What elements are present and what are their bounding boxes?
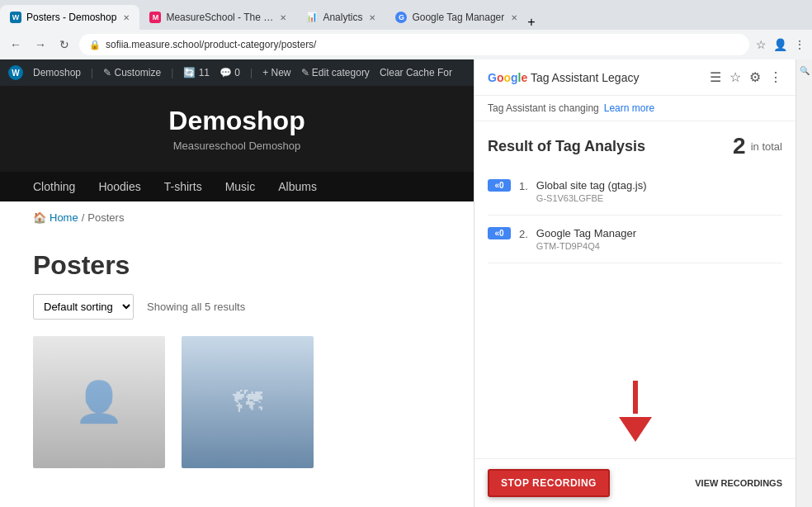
tag2-badge: «0 xyxy=(488,227,511,239)
arrow-area xyxy=(474,364,795,458)
content-area: 🏠 Home / Posters Posters Default sorting… xyxy=(0,201,474,507)
tag-list: «0 1. Global site tag (gtag.js) G-S1V63L… xyxy=(474,168,795,364)
nav-clothing[interactable]: Clothing xyxy=(33,180,75,193)
tag-panel-header: Google Tag Assistant Legacy ☰ ☆ ⚙ ⋮ xyxy=(474,59,795,96)
nav-music[interactable]: Music xyxy=(225,180,256,193)
bookmark-icon[interactable]: ☆ xyxy=(756,38,767,51)
tab3-close[interactable]: ✕ xyxy=(369,13,375,22)
wp-admin-bar: W Demoshop | ✎ Customize | 🔄 11 💬 0 | + … xyxy=(0,59,474,86)
learn-more-link[interactable]: Learn more xyxy=(604,102,654,114)
tab3-title: Analytics xyxy=(323,12,362,23)
product-grid: 👤 🗺 xyxy=(33,336,441,468)
tab4-favicon: G xyxy=(395,12,407,23)
breadcrumb-home[interactable]: Home xyxy=(50,211,78,224)
admin-bar-clear-cache[interactable]: Clear Cache For xyxy=(380,67,452,78)
profile-icon[interactable]: 👤 xyxy=(773,38,787,51)
tag-panel-footer: STOP RECORDING VIEW RECORDINGS xyxy=(474,458,795,507)
nav-albums[interactable]: Albums xyxy=(278,180,317,193)
site-title: Demoshop xyxy=(33,106,441,136)
settings-icon[interactable]: ⚙ xyxy=(749,69,761,85)
tab3-favicon: 📊 xyxy=(306,12,318,23)
forward-button[interactable]: → xyxy=(31,36,50,53)
tab1-favicon: W xyxy=(10,12,21,23)
tab1-title: Posters - Demoshop xyxy=(26,12,116,23)
stop-recording-button[interactable]: STOP RECORDING xyxy=(488,469,610,497)
tag-item-2[interactable]: «0 2. Google Tag Manager GTM-TD9P4Q4 xyxy=(488,216,782,263)
sort-row: Default sorting Showing all 5 results xyxy=(33,294,441,320)
wp-logo: W xyxy=(8,65,23,80)
toolbar-icons: ☆ 👤 ⋮ xyxy=(756,38,805,51)
more-icon[interactable]: ⋮ xyxy=(769,69,782,85)
tag-count: 2 xyxy=(733,133,746,159)
admin-bar-demoshop[interactable]: Demoshop xyxy=(33,67,81,78)
results-title: Result of Tag Analysis xyxy=(488,138,645,155)
breadcrumb-separator: / xyxy=(82,211,85,224)
admin-bar-edit-category[interactable]: ✎ Edit category xyxy=(301,67,370,78)
address-bar-row: ← → ↻ 🔒 sofiia.measure.school/product-ca… xyxy=(0,30,812,59)
admin-bar-customize[interactable]: ✎ Customize xyxy=(103,67,161,78)
extension-icon[interactable]: ⋮ xyxy=(794,38,805,51)
tag-changing-notice: Tag Assistant is changing Learn more xyxy=(474,96,795,121)
product-card-2[interactable]: 🗺 xyxy=(182,336,314,468)
tag2-name: Google Tag Manager xyxy=(536,227,782,239)
site-nav: Clothing Hoodies T-shirts Music Albums xyxy=(0,172,474,201)
product-card-1[interactable]: 👤 xyxy=(33,336,165,468)
tab4-title: Google Tag Manager xyxy=(412,12,504,23)
tag-count-label: in total xyxy=(751,140,782,153)
tag1-name: Global site tag (gtag.js) xyxy=(536,179,782,192)
breadcrumb: 🏠 Home / Posters xyxy=(33,201,441,234)
tab2-close[interactable]: ✕ xyxy=(280,13,286,22)
tab2-title: MeasureSchool - The Data-Drive... xyxy=(166,12,273,23)
admin-bar-updates[interactable]: 🔄 11 xyxy=(183,67,210,78)
arrow-down-icon xyxy=(619,417,652,442)
results-text: Showing all 5 results xyxy=(147,301,245,313)
admin-bar-new[interactable]: + New xyxy=(262,67,290,78)
filter-icon[interactable]: ☰ xyxy=(710,69,721,85)
tag2-info: Google Tag Manager GTM-TD9P4Q4 xyxy=(536,227,782,251)
tab4-close[interactable]: ✕ xyxy=(511,13,517,22)
site-header: Demoshop Measureschool Demoshop xyxy=(0,86,474,172)
address-bar[interactable]: 🔒 sofiia.measure.school/product-category… xyxy=(79,34,749,55)
tag2-number: 2. xyxy=(519,228,528,240)
reload-button[interactable]: ↻ xyxy=(56,36,73,53)
new-tab-button[interactable]: + xyxy=(527,15,535,30)
site-tagline: Measureschool Demoshop xyxy=(33,140,441,152)
tag1-number: 1. xyxy=(519,180,528,192)
sort-select[interactable]: Default sorting xyxy=(33,294,134,320)
changing-notice-text: Tag Assistant is changing xyxy=(488,102,599,114)
tab-bar: W Posters - Demoshop ✕ M MeasureSchool -… xyxy=(0,0,812,30)
website: W Demoshop | ✎ Customize | 🔄 11 💬 0 | + … xyxy=(0,59,474,507)
star-icon[interactable]: ☆ xyxy=(729,69,741,85)
back-button[interactable]: ← xyxy=(7,36,25,53)
admin-bar-comments[interactable]: 💬 0 xyxy=(220,67,240,78)
home-icon: 🏠 xyxy=(33,211,46,224)
tag-assistant-panel: Google Tag Assistant Legacy ☰ ☆ ⚙ ⋮ Tag … xyxy=(474,59,795,507)
lock-icon: 🔒 xyxy=(89,40,101,50)
tag1-info: Global site tag (gtag.js) G-S1V63LGFBE xyxy=(536,179,782,203)
tag1-badge: «0 xyxy=(488,179,511,192)
product-image-1: 👤 xyxy=(33,336,165,468)
right-strip: 🔍 xyxy=(795,59,812,507)
url-text: sofiia.measure.school/product-category/p… xyxy=(106,39,316,50)
tab2-favicon: M xyxy=(149,12,161,23)
tag1-id: G-S1V63LGFBE xyxy=(536,193,782,203)
tag-item-1[interactable]: «0 1. Global site tag (gtag.js) G-S1V63L… xyxy=(488,168,782,216)
tab-analytics[interactable]: 📊 Analytics ✕ xyxy=(296,5,385,30)
tab-posters-demoshop[interactable]: W Posters - Demoshop ✕ xyxy=(0,5,139,30)
tab-gtm[interactable]: G Google Tag Manager ✕ xyxy=(385,5,527,30)
right-search-icon: 🔍 xyxy=(800,66,810,75)
breadcrumb-current: Posters xyxy=(87,211,124,224)
tag-assistant-logo: Google Tag Assistant Legacy xyxy=(488,71,639,84)
browser-chrome: W Posters - Demoshop ✕ M MeasureSchool -… xyxy=(0,0,812,59)
view-recordings-button[interactable]: VIEW RECORDINGS xyxy=(695,478,782,488)
page-heading: Posters xyxy=(33,250,441,281)
tab-measureschool[interactable]: M MeasureSchool - The Data-Drive... ✕ xyxy=(139,5,296,30)
tag-panel-actions: ☰ ☆ ⚙ ⋮ xyxy=(710,69,782,85)
main-layout: W Demoshop | ✎ Customize | 🔄 11 💬 0 | + … xyxy=(0,59,812,507)
tab1-close[interactable]: ✕ xyxy=(123,13,130,22)
tag2-id: GTM-TD9P4Q4 xyxy=(536,241,782,251)
tag-results-header: Result of Tag Analysis 2 in total xyxy=(474,121,795,168)
tag-count-area: 2 in total xyxy=(733,133,782,159)
nav-hoodies[interactable]: Hoodies xyxy=(98,180,140,193)
nav-tshirts[interactable]: T-shirts xyxy=(164,180,202,193)
